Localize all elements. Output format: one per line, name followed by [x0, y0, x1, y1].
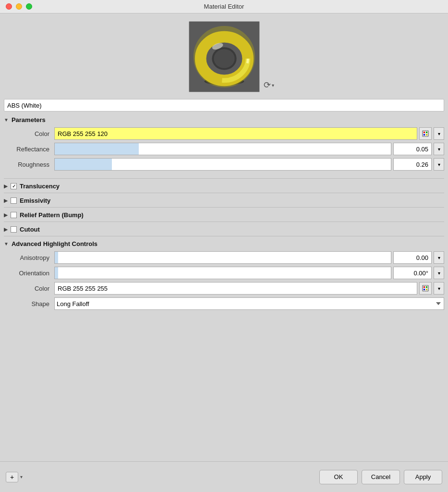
reflectance-param-row: Reflectance 0.05 ▾: [4, 143, 444, 155]
minimize-button[interactable]: [16, 3, 22, 10]
main-content: ⟳ ▾ ABS (White) ▼ Parameters Color RGB 2…: [0, 13, 448, 492]
add-icon: +: [10, 473, 14, 481]
shape-controls: Long Falloff Short Falloff Medium Fallof…: [54, 297, 444, 310]
maximize-button[interactable]: [26, 3, 32, 10]
material-preview[interactable]: [189, 21, 260, 92]
relief-checkbox[interactable]: [11, 212, 17, 218]
emissivity-triangle: ▶: [4, 198, 8, 203]
svg-rect-14: [423, 285, 428, 291]
advanced-triangle: ▼: [4, 241, 9, 246]
translucency-checkbox[interactable]: [11, 183, 17, 189]
parameters-triangle: ▼: [4, 117, 9, 123]
color-param-row: Color RGB 255 255 120 ▾: [4, 127, 444, 140]
orientation-label: Orientation: [4, 270, 54, 277]
parameters-section-header[interactable]: ▼ Parameters: [4, 113, 444, 125]
svg-rect-17: [424, 289, 425, 290]
cutout-checkbox[interactable]: [11, 226, 17, 233]
preview-area: ⟳ ▾: [0, 13, 448, 97]
color-controls: RGB 255 255 120 ▾: [54, 127, 444, 140]
svg-rect-13: [426, 134, 427, 135]
cancel-button[interactable]: Cancel: [362, 470, 400, 484]
scene-icon[interactable]: ⟳: [264, 80, 271, 90]
anisotropy-slider[interactable]: [54, 251, 391, 264]
roughness-controls: 0.26 ▾: [54, 158, 444, 171]
anisotropy-dropdown-arrow: ▾: [438, 255, 440, 260]
dialog-buttons: OK Cancel Apply: [319, 470, 442, 484]
parameters-label: Parameters: [12, 116, 46, 123]
translucency-section-header[interactable]: ▶ Translucency: [4, 180, 444, 192]
reflectance-value-input[interactable]: 0.05: [393, 143, 432, 155]
parameters-section-content: Color RGB 255 255 120 ▾: [4, 125, 444, 177]
color-label: Color: [4, 130, 54, 137]
anisotropy-label: Anisotropy: [4, 254, 54, 261]
apply-button[interactable]: Apply: [404, 470, 442, 484]
reflectance-label: Reflectance: [4, 146, 54, 153]
orientation-value-input[interactable]: 0.00°: [393, 267, 432, 279]
ok-button[interactable]: OK: [319, 470, 358, 484]
shape-param-row: Shape Long Falloff Short Falloff Medium …: [4, 297, 444, 310]
reflectance-slider[interactable]: [54, 143, 391, 155]
scene-dropdown-icon[interactable]: ▾: [272, 83, 274, 88]
shape-label: Shape: [4, 300, 54, 308]
svg-rect-12: [424, 134, 425, 135]
cutout-section-header[interactable]: ▶ Cutout: [4, 223, 444, 235]
parameters-content: ▼ Parameters Color RGB 255 255 120: [0, 113, 448, 461]
material-name-input[interactable]: ABS (White): [4, 99, 444, 111]
color-dropdown-arrow: ▾: [438, 131, 440, 136]
emissivity-section-header[interactable]: ▶ Emissivity: [4, 194, 444, 206]
titlebar: Material Editor: [0, 0, 448, 13]
advanced-label: Advanced Highlight Controls: [12, 240, 97, 247]
anisotropy-fill: [55, 252, 58, 263]
svg-rect-16: [426, 286, 427, 288]
relief-triangle: ▶: [4, 212, 8, 218]
roughness-dropdown-button[interactable]: ▾: [434, 158, 444, 171]
relief-section-header[interactable]: ▶ Relief Pattern (Bump): [4, 209, 444, 221]
color-picker-button[interactable]: [419, 127, 432, 140]
orientation-fill: [55, 267, 58, 279]
window-title: Material Editor: [204, 3, 244, 10]
anisotropy-value-input[interactable]: 0.00: [393, 251, 432, 264]
advanced-color-controls: RGB 255 255 255 ▾: [54, 282, 444, 295]
advanced-section-header[interactable]: ▼ Advanced Highlight Controls: [4, 237, 444, 249]
svg-rect-10: [424, 132, 425, 133]
cutout-triangle: ▶: [4, 227, 8, 232]
anisotropy-param-row: Anisotropy 0.00 ▾: [4, 251, 444, 264]
advanced-color-label: Color: [4, 285, 54, 292]
advanced-color-param-row: Color RGB 255 255 255 ▾: [4, 282, 444, 295]
relief-label: Relief Pattern (Bump): [20, 211, 84, 219]
add-dropdown-icon[interactable]: ▾: [20, 474, 23, 480]
advanced-color-dropdown-arrow: ▾: [438, 286, 440, 291]
material-name-row: ABS (White): [0, 97, 448, 113]
advanced-section-content: Anisotropy 0.00 ▾ Orientation: [4, 249, 444, 317]
roughness-param-row: Roughness 0.26 ▾: [4, 158, 444, 171]
orientation-dropdown-button[interactable]: ▾: [434, 267, 444, 279]
shape-select[interactable]: Long Falloff Short Falloff Medium Fallof…: [54, 297, 444, 310]
reflectance-dropdown-button[interactable]: ▾: [434, 143, 444, 155]
color-input[interactable]: RGB 255 255 120: [54, 127, 417, 140]
roughness-dropdown-arrow: ▾: [438, 162, 440, 167]
window-controls[interactable]: [6, 3, 32, 10]
svg-rect-18: [426, 289, 427, 290]
orientation-dropdown-arrow: ▾: [438, 271, 440, 276]
advanced-color-input[interactable]: RGB 255 255 255: [54, 282, 417, 295]
roughness-value-input[interactable]: 0.26: [393, 158, 432, 171]
anisotropy-dropdown-button[interactable]: ▾: [434, 251, 444, 264]
orientation-param-row: Orientation 0.00° ▾: [4, 267, 444, 279]
svg-rect-9: [423, 131, 428, 136]
svg-rect-11: [426, 132, 427, 133]
color-dropdown-button[interactable]: ▾: [434, 127, 444, 140]
add-button[interactable]: +: [6, 472, 18, 482]
roughness-fill: [55, 159, 112, 170]
advanced-color-dropdown-button[interactable]: ▾: [434, 282, 444, 295]
bottom-left-controls: + ▾: [6, 472, 23, 482]
close-button[interactable]: [6, 3, 12, 10]
reflectance-fill: [55, 143, 139, 155]
orientation-slider[interactable]: [54, 267, 391, 279]
emissivity-checkbox[interactable]: [11, 197, 17, 204]
roughness-slider[interactable]: [54, 158, 391, 171]
reflectance-dropdown-arrow: ▾: [438, 147, 440, 152]
roughness-label: Roughness: [4, 161, 54, 168]
advanced-color-picker-button[interactable]: [419, 282, 432, 295]
orientation-controls: 0.00° ▾: [54, 267, 444, 279]
cutout-label: Cutout: [20, 226, 40, 233]
